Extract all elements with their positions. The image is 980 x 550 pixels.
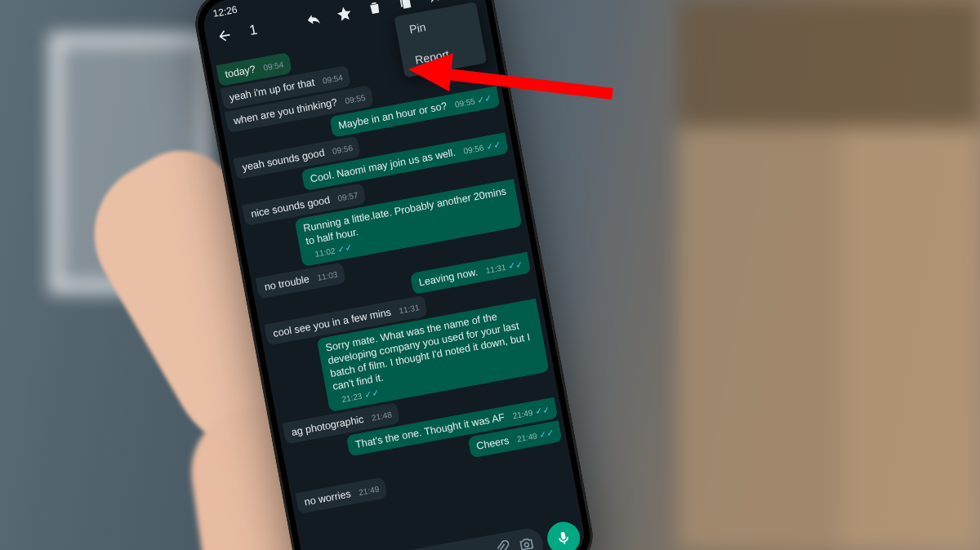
camera-icon[interactable] (517, 534, 537, 550)
star-icon[interactable] (334, 3, 355, 24)
message-time: 21:49✓✓ (511, 403, 550, 422)
read-ticks-icon: ✓✓ (534, 404, 550, 416)
message-text: Leaving now. (418, 265, 479, 289)
message-time: 09:56✓✓ (462, 139, 501, 157)
copy-icon[interactable] (394, 0, 416, 13)
status-time: 12:26 (212, 4, 238, 20)
read-ticks-icon: ✓✓ (485, 140, 501, 152)
read-ticks-icon: ✓✓ (336, 242, 353, 255)
read-ticks-icon: ✓✓ (507, 259, 523, 271)
message-time: 11:03 (317, 270, 339, 284)
message-time: 09:54 (322, 73, 344, 87)
message-time: 09:54 (263, 60, 285, 74)
mic-button[interactable] (545, 519, 583, 550)
message-time: 11:31 (399, 303, 421, 317)
message-text: today? (224, 63, 256, 82)
message-text: no worries (303, 487, 352, 508)
message-text: Cheers (475, 433, 510, 452)
svg-point-6 (524, 542, 529, 547)
message-time: 09:57 (337, 191, 359, 205)
message-time: 11:31✓✓ (484, 258, 523, 277)
selection-count: 1 (248, 22, 259, 39)
message-time: 21:49✓✓ (516, 426, 555, 445)
message-time: 21:48 (371, 410, 393, 424)
background-shelves (678, 0, 980, 550)
message-time: 09:56 (332, 144, 354, 157)
message-time: 09:55 (345, 93, 367, 107)
back-arrow-icon[interactable] (214, 25, 235, 47)
read-ticks-icon: ✓✓ (538, 427, 555, 439)
read-ticks-icon: ✓✓ (477, 93, 493, 105)
reply-icon[interactable] (303, 9, 324, 30)
attach-icon[interactable] (492, 539, 512, 550)
message-time: 21:49 (358, 485, 380, 499)
message-text: no trouble (263, 273, 310, 294)
delete-icon[interactable] (364, 0, 385, 19)
forward-icon[interactable] (425, 0, 447, 7)
read-ticks-icon: ✓✓ (363, 388, 380, 400)
message-time: 09:55✓✓ (454, 92, 493, 111)
